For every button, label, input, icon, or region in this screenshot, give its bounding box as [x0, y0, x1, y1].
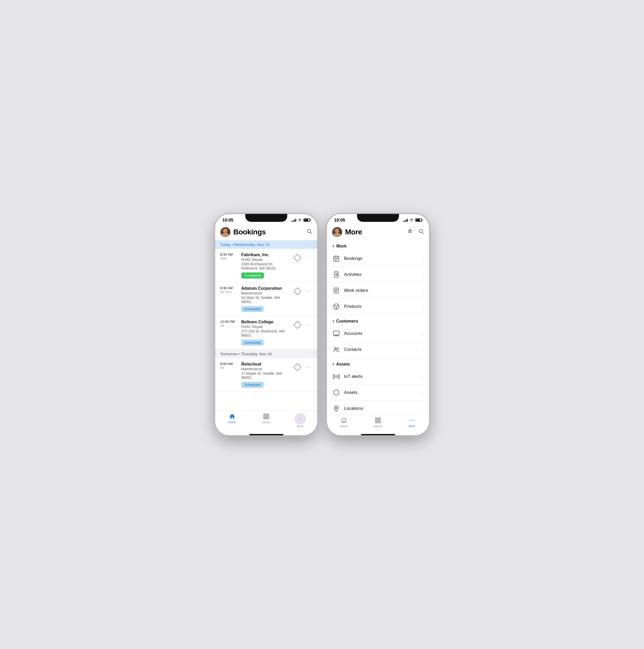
status-badge-adatum: Scheduled	[241, 306, 264, 312]
booking-item-adatum[interactable]: 9:30 AM 2h 15m Adatum Corporation Mainte…	[215, 283, 317, 316]
svg-rect-32	[375, 418, 376, 423]
tab-more-right[interactable]: More	[395, 417, 429, 428]
menu-label-assets: Assets	[344, 390, 422, 395]
svg-point-25	[334, 347, 336, 349]
booking-actions-relecloud: ···	[293, 362, 312, 371]
status-badge-relecloud: Scheduled	[241, 382, 264, 388]
booking-time-fabrikam: 8:30 AM 30m	[220, 253, 241, 260]
iot-alerts-icon	[332, 372, 340, 381]
more-tab-icon	[409, 417, 415, 424]
tab-bar-right: Home Library More	[327, 415, 429, 433]
tab-bar-left: Home Library ··· More	[215, 410, 317, 433]
menu-chevron-activities: ›	[422, 272, 424, 277]
svg-rect-22	[333, 331, 339, 335]
more-circle-icon: ···	[294, 413, 306, 425]
booking-actions-fabrikam: ···	[293, 253, 312, 262]
assets-icon	[332, 388, 340, 397]
pin-icon[interactable]	[407, 228, 413, 235]
more-content: ∨ Work Bookings ›	[327, 240, 429, 415]
menu-item-bookings[interactable]: Bookings ›	[327, 251, 429, 267]
bookings-icon	[332, 254, 340, 263]
menu-label-contacts: Contacts	[344, 347, 422, 352]
right-phone: 10:05 More	[327, 214, 429, 435]
svg-point-28	[335, 407, 337, 409]
nav-button-bellows[interactable]	[293, 321, 302, 329]
menu-label-iot-alerts: IoT alerts	[344, 374, 422, 379]
booking-details-adatum: Adatum Corporation Maintenance 54 Main S…	[241, 286, 291, 312]
nav-button-adatum[interactable]	[293, 287, 302, 296]
svg-point-27	[335, 376, 337, 377]
tab-more-left[interactable]: ··· More	[283, 413, 317, 428]
nav-button-relecloud[interactable]	[293, 363, 302, 371]
tab-label-library-right: Library	[373, 425, 383, 428]
menu-chevron-accounts: ›	[422, 331, 424, 336]
tab-home-right[interactable]: Home	[327, 417, 361, 428]
section-customers: ∨ Customers Accounts ›	[327, 315, 429, 358]
menu-label-locations: Locations	[344, 406, 422, 411]
more-button-relecloud[interactable]: ···	[304, 363, 312, 371]
booking-item-relecloud[interactable]: 8:00 AM 2h Relecloud Maintenance 17 Mapl…	[215, 358, 317, 392]
booking-actions-adatum: ···	[293, 286, 312, 296]
avatar-left[interactable]	[220, 227, 230, 237]
status-icons-right	[403, 218, 422, 223]
header-actions-left	[307, 228, 312, 236]
more-button-bellows[interactable]: ···	[304, 321, 312, 329]
booking-item-fabrikam[interactable]: 8:30 AM 30m Fabrikam, Inc. HVAC Repair 2…	[215, 249, 317, 283]
menu-label-accounts: Accounts	[344, 331, 422, 336]
tomorrow-header: Tomorrow • Thursday, Nov 16	[215, 350, 317, 358]
svg-rect-2	[264, 414, 265, 419]
menu-item-accounts[interactable]: Accounts ›	[327, 326, 429, 342]
menu-item-products[interactable]: Products ›	[327, 299, 429, 315]
menu-item-iot-alerts[interactable]: IoT alerts ›	[327, 369, 429, 385]
home-icon-left	[229, 413, 236, 420]
menu-label-bookings: Bookings	[344, 256, 422, 261]
svg-rect-3	[266, 414, 267, 419]
svg-rect-33	[377, 418, 378, 423]
svg-point-35	[409, 420, 410, 421]
battery-icon-left	[304, 218, 310, 222]
notch	[245, 214, 287, 222]
bookings-header: Bookings	[215, 225, 317, 240]
signal-bars-right	[403, 218, 408, 222]
section-label-assets[interactable]: ∨ Assets	[327, 358, 429, 369]
status-time-right: 10:05	[334, 218, 345, 223]
tab-library-right[interactable]: Library	[361, 417, 395, 428]
menu-item-locations[interactable]: Locations ›	[327, 401, 429, 415]
svg-rect-34	[379, 418, 380, 423]
menu-item-workorders[interactable]: Work orders ›	[327, 283, 429, 299]
booking-details-relecloud: Relecloud Maintenance 17 Maple St, Seatt…	[241, 362, 291, 388]
section-chevron-assets: ∨	[332, 362, 335, 366]
menu-chevron-iot-alerts: ›	[422, 374, 424, 379]
workorders-icon	[332, 286, 340, 295]
tab-home-left[interactable]: Home	[215, 413, 249, 428]
more-button-fabrikam[interactable]: ···	[304, 254, 312, 262]
more-title: More	[345, 228, 407, 236]
activities-icon	[332, 270, 340, 279]
tab-library-left[interactable]: Library	[249, 413, 283, 428]
section-assets: ∨ Assets IoT alerts ›	[327, 358, 429, 415]
section-label-customers[interactable]: ∨ Customers	[327, 315, 429, 326]
booking-details-bellows: Bellows College HVAC Repair 273 2nd St, …	[241, 320, 291, 346]
contacts-icon	[332, 345, 340, 354]
section-label-work[interactable]: ∨ Work	[327, 240, 429, 251]
booking-time-bellows: 12:00 PM 2d	[220, 320, 241, 328]
more-button-adatum[interactable]: ···	[304, 287, 312, 296]
left-phone: 10:05 Bookings	[215, 214, 317, 435]
svg-rect-7	[334, 256, 339, 261]
booking-time-adatum: 9:30 AM 2h 15m	[220, 286, 241, 294]
search-icon-left[interactable]	[307, 228, 312, 236]
status-badge-bellows: Scheduled	[241, 340, 264, 346]
booking-item-bellows[interactable]: 12:00 PM 2d Bellows College HVAC Repair …	[215, 316, 317, 350]
section-chevron-customers: ∨	[332, 319, 335, 323]
nav-button-fabrikam[interactable]	[293, 254, 302, 262]
menu-item-contacts[interactable]: Contacts ›	[327, 342, 429, 358]
menu-item-activities[interactable]: Activities ›	[327, 267, 429, 283]
tab-label-more-left: More	[297, 425, 304, 428]
menu-label-workorders: Work orders	[344, 288, 422, 293]
status-icons-left	[291, 218, 310, 222]
search-icon-right[interactable]	[418, 228, 424, 236]
menu-chevron-bookings: ›	[422, 256, 424, 261]
avatar-right[interactable]	[332, 227, 342, 237]
menu-item-assets[interactable]: Assets ›	[327, 385, 429, 401]
wifi-icon-right	[409, 218, 414, 223]
